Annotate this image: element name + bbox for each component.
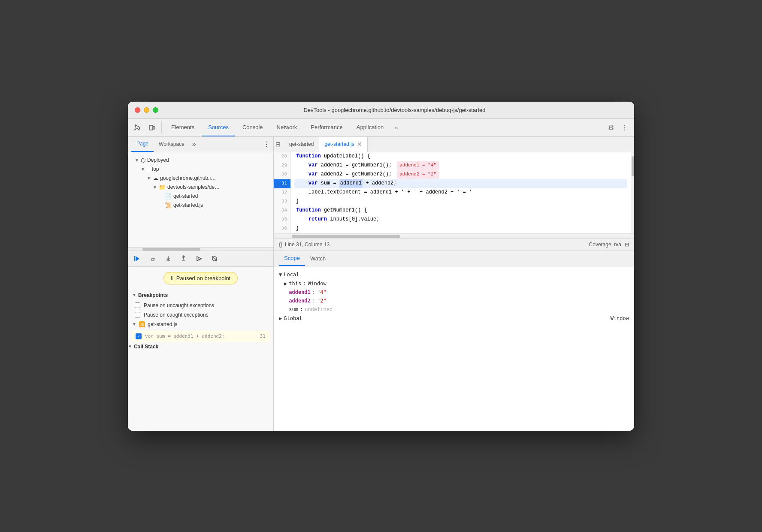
- editor-tab-close-icon[interactable]: ✕: [357, 141, 362, 147]
- coverage-icon[interactable]: ⊟: [625, 242, 629, 248]
- list-item[interactable]: ▼ ⬡ Deployed: [128, 156, 273, 165]
- line-num: 34: [274, 206, 290, 215]
- toolbar-icons: [131, 121, 162, 133]
- tab-application[interactable]: Application: [351, 118, 390, 136]
- editor-tab-get-started-js[interactable]: get-started.js ✕: [319, 137, 367, 152]
- call-stack-section-header[interactable]: ▼ Call Stack: [128, 344, 273, 350]
- device-toolbar-icon[interactable]: [146, 121, 158, 133]
- editor-tab-get-started[interactable]: get-started: [284, 137, 319, 152]
- tab-elements[interactable]: Elements: [165, 118, 200, 136]
- inline-value: addend2 = "2": [397, 170, 439, 179]
- status-left: {} Line 31, Column 13: [279, 242, 330, 248]
- scope-item-arrow: ▶: [284, 281, 287, 287]
- traffic-lights: [135, 107, 158, 113]
- editor-area: ⊟ get-started get-started.js ✕ 28 29: [274, 137, 634, 251]
- scope-value: Window: [308, 281, 326, 287]
- title-bar: DevTools - googlechrome.github.io/devtoo…: [128, 102, 634, 119]
- step-into-button[interactable]: [163, 254, 173, 264]
- sources-panel-tabs: Page Workspace » ⋮: [128, 137, 273, 152]
- breakpoint-item[interactable]: ✓ var sum = addend1 + addend2; 31: [131, 331, 270, 342]
- code-line: function updateLabel() {: [294, 152, 627, 161]
- tree-label: devtools-samples/de…: [167, 184, 220, 190]
- more-tabs-button[interactable]: »: [391, 118, 401, 136]
- scope-sum-item: ▶ sum : undefined: [274, 305, 634, 314]
- horizontal-scrollbar[interactable]: [128, 247, 273, 251]
- pause-uncaught-checkbox[interactable]: [135, 302, 140, 308]
- pretty-print-icon[interactable]: {}: [279, 242, 282, 248]
- list-item[interactable]: 📜 get-started.js: [128, 201, 273, 210]
- code-line: label.textContent = addend1 + ' + ' + ad…: [294, 188, 627, 197]
- tree-arrow: ▼: [141, 167, 145, 172]
- breakpoint-file-header: ▼ JS get-started.js: [128, 320, 273, 329]
- list-item[interactable]: ▼ 📁 devtools-samples/de…: [128, 183, 273, 192]
- code-area[interactable]: 28 29 30 31 32 33 34 35 36 func: [274, 152, 634, 233]
- select-element-icon[interactable]: [131, 121, 143, 133]
- scrollbar-thumb: [632, 156, 634, 176]
- tab-console[interactable]: Console: [236, 118, 269, 136]
- scope-tabs: Scope Watch: [274, 251, 634, 266]
- bp-arrow-icon: ▼: [132, 322, 136, 326]
- step-out-button[interactable]: [178, 254, 189, 264]
- list-item[interactable]: 📄 get-started: [128, 192, 273, 201]
- tab-sources[interactable]: Sources: [202, 118, 235, 136]
- line-num: 32: [274, 188, 290, 197]
- tab-performance[interactable]: Performance: [305, 118, 348, 136]
- vertical-scrollbar[interactable]: [631, 152, 634, 233]
- line-num: 36: [274, 224, 290, 233]
- sources-more-tabs[interactable]: »: [190, 140, 199, 148]
- scope-sep: :: [300, 306, 303, 312]
- scope-section-name: Local: [284, 272, 299, 278]
- tree-arrow: ▼: [147, 176, 151, 181]
- code-horizontal-scrollbar[interactable]: [274, 233, 634, 239]
- toggle-drawer-icon[interactable]: ⊟: [275, 141, 281, 148]
- minimize-button[interactable]: [144, 107, 149, 113]
- coverage-label: Coverage: n/a: [589, 242, 621, 248]
- highlighted-var: addend1: [339, 179, 363, 188]
- breakpoint-filename: get-started.js: [148, 321, 177, 327]
- line-num-breakpoint[interactable]: 31: [274, 179, 290, 188]
- resume-button[interactable]: [132, 254, 142, 264]
- scope-local-section[interactable]: ▼ Local: [274, 270, 634, 279]
- scope-this-item[interactable]: ▶ this : Window: [274, 279, 634, 288]
- code-content: function updateLabel() { var addend1 = g…: [291, 152, 631, 233]
- more-options-icon[interactable]: ⋮: [619, 121, 631, 133]
- code-line: var addend1 = getNumber1(); addend1 = "4…: [294, 161, 627, 170]
- pause-uncaught-item: Pause on uncaught exceptions: [128, 301, 273, 310]
- scope-global-section[interactable]: ▶ Global Window: [274, 314, 634, 323]
- tab-scope[interactable]: Scope: [279, 251, 305, 266]
- line-num: 33: [274, 197, 290, 206]
- debugger-sidebar: ℹ Paused on breakpoint ▼ Breakpoints Pau…: [128, 251, 274, 431]
- sources-menu-icon[interactable]: ⋮: [263, 140, 270, 148]
- close-button[interactable]: [135, 107, 140, 113]
- tab-page[interactable]: Page: [131, 136, 154, 152]
- list-item[interactable]: ▼ ☁ googlechrome.github.i…: [128, 174, 273, 183]
- scope-value: undefined: [305, 306, 333, 312]
- pause-icon: ℹ: [171, 275, 173, 281]
- step-button[interactable]: [194, 254, 204, 264]
- list-item[interactable]: ▼ □ top: [128, 165, 273, 174]
- breakpoints-label: Breakpoints: [138, 292, 168, 298]
- breakpoint-checkbox[interactable]: ✓: [136, 333, 142, 339]
- js-file-icon: JS: [139, 321, 145, 327]
- deactivate-breakpoints-button[interactable]: [209, 254, 220, 264]
- maximize-button[interactable]: [153, 107, 158, 113]
- step-over-button[interactable]: [148, 254, 158, 264]
- toolbar-right: ⚙ ⋮: [605, 121, 631, 133]
- main-area: Page Workspace » ⋮ ▼ ⬡ Deployed ▼: [128, 137, 634, 251]
- pause-caught-checkbox[interactable]: [135, 312, 140, 317]
- tab-network[interactable]: Network: [271, 118, 303, 136]
- tree-label: get-started.js: [173, 202, 203, 208]
- tab-workspace[interactable]: Workspace: [154, 136, 190, 152]
- devtools-body: Elements Sources Console Network Perform…: [128, 119, 634, 431]
- tab-watch[interactable]: Watch: [305, 251, 331, 266]
- js-file-icon: 📜: [165, 202, 172, 209]
- settings-icon[interactable]: ⚙: [605, 121, 617, 133]
- top-toolbar: Elements Sources Console Network Perform…: [128, 119, 634, 137]
- tree-label: top: [152, 166, 159, 172]
- scope-key: this: [289, 281, 301, 287]
- breakpoint-code: var sum = addend1 + addend2;: [145, 333, 224, 339]
- breakpoints-section-header[interactable]: ▼ Breakpoints: [128, 290, 273, 301]
- sources-sidebar: Page Workspace » ⋮ ▼ ⬡ Deployed ▼: [128, 137, 274, 251]
- scope-content: ▼ Local ▶ this : Window ▶ addend1 : "4": [274, 266, 634, 431]
- pause-caught-label: Pause on caught exceptions: [144, 312, 209, 318]
